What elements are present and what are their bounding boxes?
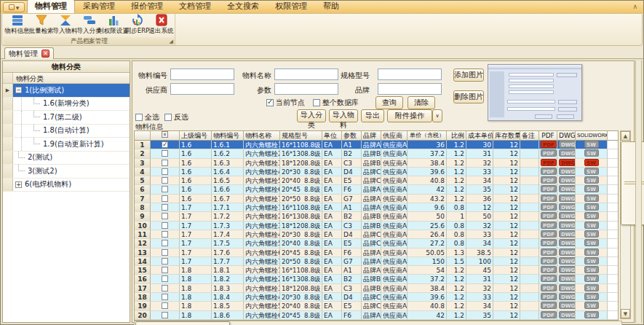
close-icon[interactable]: ✕ xyxy=(41,50,49,58)
pdf-badge[interactable]: PDF xyxy=(541,248,557,256)
tree-node-cell[interactable]: 1.7(第二级) xyxy=(13,111,130,124)
invert-selection-checkbox[interactable]: 反选 xyxy=(164,112,188,122)
clear-button[interactable]: 清除 xyxy=(408,96,435,109)
dwg-badge[interactable]: DWG xyxy=(559,195,576,202)
pdf-badge[interactable]: PDF xyxy=(541,212,557,219)
tree-node[interactable]: 3(测试2) xyxy=(3,165,130,179)
row-checkbox[interactable] xyxy=(162,160,168,166)
table-row[interactable]: 41.61.6.4内六角螺栓420*308.8级EAD4品牌C供应商A439.6… xyxy=(135,168,618,176)
ribbon-tab-报价管理[interactable]: 报价管理 xyxy=(123,0,171,13)
pdf-badge[interactable]: PDF xyxy=(541,149,557,157)
pdf-badge[interactable]: PDF xyxy=(541,141,557,148)
ribbon-tab-全文搜索[interactable]: 全文搜索 xyxy=(219,0,267,13)
header-checkbox-icon[interactable] xyxy=(162,131,168,138)
table-row[interactable]: 161.81.8.2内六角螺栓216*1308.8级EAB2品牌B供应商A237… xyxy=(135,275,618,283)
table-row[interactable]: 151.81.8.1内六角螺栓116*1108.8级EAA1品牌A供应商A154… xyxy=(135,266,618,275)
row-checkbox[interactable] xyxy=(162,240,168,246)
attachment-dropdown-icon[interactable]: ∨ xyxy=(432,109,442,122)
sw-badge[interactable]: SW xyxy=(584,159,599,166)
material-image-thumbnail[interactable] xyxy=(488,64,582,121)
column-header-cost[interactable]: 成本单价 xyxy=(466,131,493,141)
column-header-ratio[interactable]: 比例 xyxy=(447,131,466,141)
table-row[interactable]: 121.71.7.5内六角螺栓520*408.8级EAE5品牌C供应商A527.… xyxy=(135,239,618,248)
table-row[interactable]: 31.61.6.3内六角螺栓318*1208.8级EAC3品牌B供应商A338.… xyxy=(135,159,618,168)
row-checkbox[interactable] xyxy=(162,267,168,273)
pdf-badge[interactable]: PDF xyxy=(541,195,557,202)
expand-icon[interactable]: + xyxy=(15,181,22,188)
sw-badge[interactable]: SW xyxy=(584,176,599,184)
sw-badge[interactable]: SW xyxy=(584,284,599,291)
column-header-brand[interactable]: 品牌 xyxy=(362,131,381,141)
pdf-badge[interactable]: PDF xyxy=(541,159,557,166)
dwg-badge[interactable]: DWG xyxy=(559,176,576,184)
tree-node[interactable]: 1.6(新增分类) xyxy=(3,98,130,111)
tree-node[interactable]: 1.7(第二级) xyxy=(3,111,130,125)
dwg-badge[interactable]: DWG xyxy=(559,149,576,157)
material-code-input[interactable] xyxy=(170,68,234,80)
ribbon-tab-物料管理[interactable]: 物料管理 xyxy=(27,0,75,13)
column-header-parent[interactable]: 上级编号 xyxy=(180,131,212,141)
param-input[interactable] xyxy=(274,83,338,95)
tree-node[interactable]: 1.8(自动计算) xyxy=(3,125,130,138)
sw-badge[interactable]: SW xyxy=(584,149,599,157)
row-checkbox[interactable] xyxy=(162,222,168,229)
sw-badge[interactable]: SW xyxy=(584,293,599,300)
scrollbar-thumb[interactable] xyxy=(135,321,230,325)
sw-badge[interactable]: SW xyxy=(584,230,599,238)
ribbon-button-批量检索[interactable]: 批量检索 xyxy=(29,14,53,37)
scroll-down-icon[interactable]: ▼ xyxy=(621,309,630,318)
attachment-actions-button[interactable]: 附件操作 xyxy=(387,109,432,122)
column-header-pdf[interactable]: PDF xyxy=(539,131,557,141)
ribbon-button-列权限设置[interactable]: 列权限设置 xyxy=(101,14,125,37)
table-horizontal-scrollbar[interactable] xyxy=(134,321,622,325)
dwg-badge[interactable]: DWG xyxy=(559,159,576,166)
row-checkbox[interactable] xyxy=(162,302,168,309)
pdf-badge[interactable]: PDF xyxy=(541,284,557,291)
table-row[interactable]: 81.71.7.1内六角螺栓116*1108.8级EAA1品牌A供应商A19.6… xyxy=(135,203,618,212)
table-row[interactable]: 191.81.8.5内六角螺栓520*408.8级EAE5品牌C供应商A540.… xyxy=(135,302,618,310)
column-header-code[interactable]: 物料编号 xyxy=(212,131,244,141)
ribbon-tab-权限管理[interactable]: 权限管理 xyxy=(267,0,315,13)
row-checkbox[interactable] xyxy=(162,213,168,219)
material-name-input[interactable] xyxy=(274,68,338,80)
pdf-badge[interactable]: PDF xyxy=(541,185,557,192)
dwg-badge[interactable]: DWG xyxy=(559,275,576,282)
table-row[interactable]: 61.61.6.6内六角螺栓620*458.8级EAF6品牌A供应商A6421.… xyxy=(135,185,618,194)
ribbon-button-同步ERP[interactable]: 同步ERP xyxy=(125,14,149,37)
row-checkbox[interactable] xyxy=(162,168,168,175)
column-header-note[interactable]: 备注 xyxy=(520,131,539,141)
ribbon-tab-采购管理[interactable]: 采购管理 xyxy=(75,0,123,13)
pdf-badge[interactable]: PDF xyxy=(541,275,557,282)
table-row[interactable]: 111.71.7.4内六角螺栓420*308.8级EAD4品牌C供应商A426.… xyxy=(135,230,618,239)
row-checkbox[interactable] xyxy=(162,258,168,265)
dwg-badge[interactable]: DWG xyxy=(559,293,576,300)
column-header-supplier[interactable]: 供应商 xyxy=(381,131,408,141)
table-row[interactable]: 201.81.8.6内六角螺栓620*458.8级EAF6品牌A供应商A6421… xyxy=(135,311,618,320)
pdf-badge[interactable]: PDF xyxy=(541,302,557,309)
pdf-badge[interactable]: PDF xyxy=(541,176,557,184)
dwg-badge[interactable]: DWG xyxy=(559,212,576,219)
whole-database-checkbox[interactable]: 整个数据库 xyxy=(313,98,359,108)
table-row[interactable]: 11.61.6.1内六角螺栓116*1108.8级EAA1品牌A供应商A1361… xyxy=(135,141,618,149)
pdf-badge[interactable]: PDF xyxy=(541,168,557,175)
table-vertical-scrollbar[interactable]: ▲ ▼ xyxy=(620,130,631,319)
sw-badge[interactable]: SW xyxy=(584,275,599,282)
dwg-badge[interactable]: DWG xyxy=(559,141,576,148)
tree-node-cell[interactable]: 1.9(自动更新计算) xyxy=(13,138,130,151)
tree-node-cell[interactable]: 1.6(新增分类) xyxy=(13,98,130,111)
column-header-unit[interactable]: 单位 xyxy=(322,131,342,141)
document-tab-material[interactable]: 物料管理 ✕ xyxy=(4,47,54,59)
tree-node-cell[interactable]: 3(测试2) xyxy=(13,165,130,178)
ribbon-minimize-icon[interactable]: ∧ xyxy=(632,3,637,10)
sw-badge[interactable]: SW xyxy=(584,195,599,202)
sw-badge[interactable]: SW xyxy=(584,168,599,175)
pdf-badge[interactable]: PDF xyxy=(541,203,557,211)
query-button[interactable]: 查询 xyxy=(375,96,403,109)
tree-node-cell[interactable]: −1(比例测试) xyxy=(13,84,130,97)
export-button[interactable]: 导出 xyxy=(361,109,384,122)
sw-badge[interactable]: SW xyxy=(584,248,599,256)
row-checkbox[interactable] xyxy=(162,195,168,202)
sw-badge[interactable]: SW xyxy=(584,222,599,229)
table-row[interactable]: 21.61.6.2内六角螺栓216*1308.8级EAB2品牌B供应商A237.… xyxy=(135,149,618,158)
application-menu-button[interactable]: ▼ xyxy=(3,2,25,12)
